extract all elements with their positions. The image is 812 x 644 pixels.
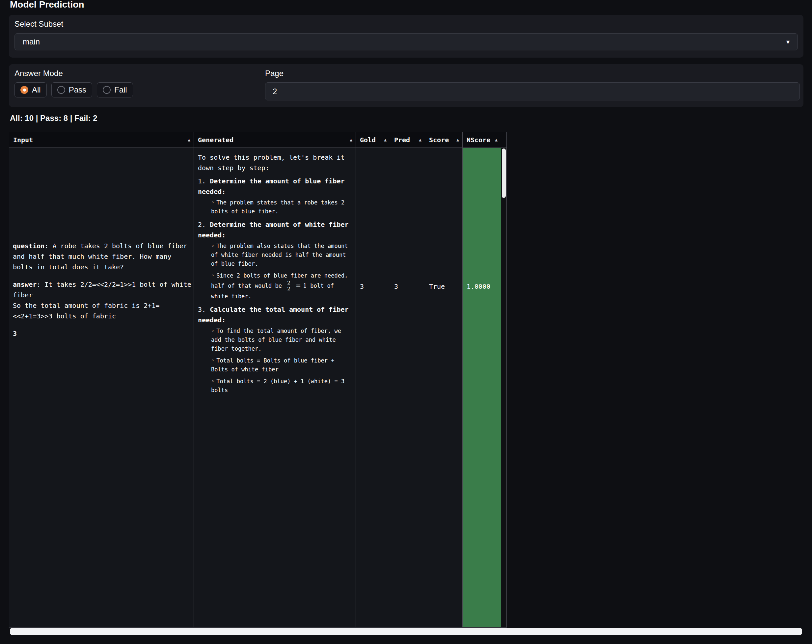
answer-mode-label: Answer Mode bbox=[14, 69, 63, 78]
vertical-scrollbar[interactable] bbox=[501, 148, 507, 627]
radio-selected-icon bbox=[20, 86, 28, 94]
column-header-generated[interactable]: Generated ▲ bbox=[194, 132, 356, 148]
subset-panel: Select Subset main ▾ bbox=[9, 15, 803, 58]
sort-arrow-icon: ▲ bbox=[350, 137, 352, 142]
page-number-label: Page bbox=[265, 69, 284, 78]
bullet-item: ◦Total bolts = 2 (blue) + 1 (white) = 3 … bbox=[211, 377, 349, 395]
step-1-title: 1. Determine the amount of blue fiber ne… bbox=[198, 176, 349, 197]
step-1-bullets: ◦The problem states that a robe takes 2 … bbox=[198, 198, 349, 216]
sort-arrow-icon: ▲ bbox=[419, 137, 421, 142]
bullet-item: ◦To find the total amount of fiber, we a… bbox=[211, 327, 349, 353]
subset-label: Select Subset bbox=[14, 20, 63, 29]
bullet-icon: ◦ bbox=[211, 199, 214, 206]
bullet-icon: ◦ bbox=[211, 272, 214, 279]
radio-option-label: Pass bbox=[69, 85, 86, 95]
cell-nscore[interactable]: 1.0000 bbox=[462, 148, 501, 627]
page-title: Model Prediction bbox=[10, 0, 84, 10]
vertical-scrollbar-thumb[interactable] bbox=[502, 148, 506, 198]
step-3-bullets: ◦To find the total amount of fiber, we a… bbox=[198, 327, 349, 395]
step-2-bullets: ◦The problem also states that the amount… bbox=[198, 242, 349, 301]
column-header-score[interactable]: Score ▲ bbox=[425, 132, 462, 148]
bullet-item-math: ◦Since 2 bolts of blue fiber are needed,… bbox=[211, 271, 349, 301]
equation-result: = 1 bbox=[296, 282, 307, 289]
radio-option-pass[interactable]: Pass bbox=[51, 82, 92, 98]
table-header-corner bbox=[501, 132, 507, 148]
bullet-icon: ◦ bbox=[211, 357, 214, 364]
radio-option-label: Fail bbox=[114, 85, 127, 95]
final-answer-text: 3 bbox=[13, 328, 192, 339]
filters-panel: Answer Mode All Pass Fail Page bbox=[9, 64, 803, 107]
step-2-title: 2. Determine the amount of white fiber n… bbox=[198, 219, 349, 240]
results-table: Input ▲ Generated ▲ Gold ▲ Pred ▲ Score … bbox=[9, 132, 507, 627]
horizontal-scrollbar-thumb[interactable] bbox=[10, 628, 802, 635]
results-summary: All: 10 | Pass: 8 | Fail: 2 bbox=[10, 114, 98, 123]
cell-generated[interactable]: To solve this problem, let's break it do… bbox=[194, 148, 356, 627]
fraction-formula: 22 bbox=[286, 280, 292, 292]
subset-select-value: main bbox=[23, 37, 40, 46]
cell-score[interactable]: True bbox=[425, 148, 462, 627]
bullet-item: ◦Total bolts = Bolts of blue fiber + Bol… bbox=[211, 356, 349, 374]
radio-option-fail[interactable]: Fail bbox=[97, 82, 133, 98]
column-header-gold[interactable]: Gold ▲ bbox=[356, 132, 390, 148]
subset-select[interactable]: main ▾ bbox=[14, 33, 798, 50]
bullet-item: ◦The problem also states that the amount… bbox=[211, 242, 349, 268]
generated-intro: To solve this problem, let's break it do… bbox=[198, 152, 349, 173]
sort-arrow-icon: ▲ bbox=[384, 137, 386, 142]
table-header-row: Input ▲ Generated ▲ Gold ▲ Pred ▲ Score … bbox=[9, 132, 507, 148]
page-number-input[interactable] bbox=[265, 82, 800, 101]
chevron-down-icon: ▾ bbox=[786, 38, 790, 46]
app-root: Model Prediction Select Subset main ▾ An… bbox=[0, 0, 812, 644]
bullet-icon: ◦ bbox=[211, 378, 214, 385]
bullet-item: ◦The problem states that a robe takes 2 … bbox=[211, 198, 349, 216]
radio-option-label: All bbox=[32, 85, 41, 95]
sort-arrow-icon: ▲ bbox=[456, 137, 459, 142]
column-header-input[interactable]: Input ▲ bbox=[9, 132, 194, 148]
bullet-icon: ◦ bbox=[211, 328, 214, 334]
radio-unselected-icon bbox=[57, 86, 65, 94]
sort-arrow-icon: ▲ bbox=[495, 137, 498, 142]
answer-mode-radio-group: All Pass Fail bbox=[14, 82, 133, 98]
cell-input[interactable]: question: A robe takes 2 bolts of blue f… bbox=[9, 148, 194, 627]
bullet-icon: ◦ bbox=[211, 243, 214, 249]
table-row: question: A robe takes 2 bolts of blue f… bbox=[9, 148, 507, 627]
radio-unselected-icon bbox=[103, 86, 111, 94]
column-header-nscore[interactable]: NScore ▲ bbox=[462, 132, 501, 148]
radio-option-all[interactable]: All bbox=[14, 82, 47, 98]
answer-text: answer: It takes 2/2=<<2/2=1>>1 bolt of … bbox=[13, 279, 192, 321]
sort-arrow-icon: ▲ bbox=[188, 137, 190, 142]
question-text: question: A robe takes 2 bolts of blue f… bbox=[13, 241, 192, 272]
column-header-pred[interactable]: Pred ▲ bbox=[390, 132, 425, 148]
cell-pred[interactable]: 3 bbox=[390, 148, 425, 627]
cell-gold[interactable]: 3 bbox=[356, 148, 390, 627]
step-3-title: 3. Calculate the total amount of fiber n… bbox=[198, 304, 349, 325]
